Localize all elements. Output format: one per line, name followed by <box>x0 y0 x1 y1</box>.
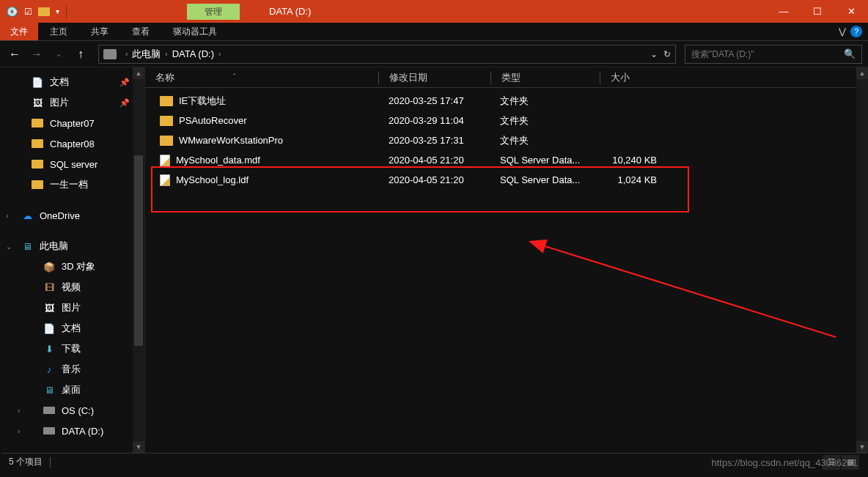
sort-asc-icon: ˆ <box>233 73 235 81</box>
status-item-count: 5 个项目 <box>9 456 43 468</box>
file-row[interactable]: PSAutoRecover2020-03-29 11:04文件夹 <box>145 111 868 130</box>
breadcrumb-part[interactable]: DATA (D:) <box>172 48 214 59</box>
file-row[interactable]: WMwareWorKstationPro2020-03-25 17:31文件夹 <box>145 130 868 150</box>
column-size[interactable]: 大小 <box>600 71 688 84</box>
pic-icon: 🖼 <box>31 97 44 108</box>
sidebar-item[interactable]: ›OS (C:) <box>0 400 144 421</box>
column-date[interactable]: 修改日期 <box>379 71 490 84</box>
ribbon-tab-view[interactable]: 查看 <box>120 23 161 41</box>
manage-context-tab[interactable]: 管理 <box>187 4 240 20</box>
chevron-right-icon[interactable]: › <box>121 50 132 58</box>
chevron-right-icon[interactable]: › <box>6 212 8 220</box>
folder-icon <box>31 180 44 190</box>
sidebar-item-label: OS (C:) <box>62 405 94 416</box>
forward-button[interactable]: → <box>28 45 45 63</box>
folder-icon <box>31 138 44 149</box>
file-name: PSAutoRecover <box>179 115 247 126</box>
file-row[interactable]: IE下载地址2020-03-25 17:47文件夹 <box>145 91 868 111</box>
breadcrumb-part[interactable]: 此电脑 <box>132 48 161 61</box>
sidebar-item[interactable]: 🖼图片📌 <box>0 92 144 113</box>
file-type: 文件夹 <box>490 114 598 127</box>
scroll-up-icon[interactable]: ▲ <box>856 67 868 79</box>
folder-icon <box>31 159 44 169</box>
main-area: 📄文档📌🖼图片📌Chapter07Chapter08SQL server一生一档… <box>0 67 868 453</box>
ribbon-tab-drivetools[interactable]: 驱动器工具 <box>161 23 229 41</box>
file-icon <box>160 155 170 166</box>
file-type: SQL Server Data... <box>490 155 598 166</box>
file-size: 10,240 KB <box>598 155 686 166</box>
chevron-down-icon[interactable]: ⌄ <box>650 49 658 59</box>
up-button[interactable]: ↑ <box>72 45 89 63</box>
3d-icon: 📦 <box>43 262 56 272</box>
checkbox-icon[interactable]: ☑ <box>21 4 35 19</box>
sidebar-item[interactable]: SQL server <box>0 154 144 174</box>
sidebar-item-label: Chapter07 <box>50 118 95 129</box>
sidebar-item-label: 图片 <box>50 96 69 109</box>
ribbon-tab-share[interactable]: 共享 <box>79 23 120 41</box>
file-row[interactable]: MySchool_log.ldf2020-04-05 21:20SQL Serv… <box>145 170 868 190</box>
drive-icon <box>43 426 56 436</box>
address-bar[interactable]: › 此电脑 › DATA (D:) › ⌄ ↻ <box>98 45 676 64</box>
file-type: SQL Server Data... <box>490 174 598 185</box>
sidebar-item[interactable]: ⬇下载 <box>0 339 144 359</box>
sidebar-item[interactable]: Chapter08 <box>0 133 144 154</box>
sidebar-item[interactable]: Chapter07 <box>0 113 144 133</box>
sidebar-item-onedrive[interactable]: › ☁ OneDrive <box>0 205 144 226</box>
file-row[interactable]: MySchool_data.mdf2020-04-05 21:20SQL Ser… <box>145 150 868 170</box>
column-name[interactable]: 名称ˆ <box>145 71 378 84</box>
separator <box>66 5 67 18</box>
sidebar-item-label: 视频 <box>62 281 81 294</box>
close-button[interactable]: ✕ <box>834 0 868 23</box>
scroll-down-icon[interactable]: ▼ <box>133 441 144 453</box>
chevron-right-icon[interactable]: › <box>18 407 20 415</box>
sidebar-item[interactable]: 🎞视频 <box>0 277 144 297</box>
file-date: 2020-04-05 21:20 <box>378 174 490 185</box>
scroll-up-icon[interactable]: ▲ <box>133 67 144 79</box>
chevron-down-icon[interactable]: ⌄ <box>6 243 12 251</box>
chevron-right-icon[interactable]: › <box>161 50 172 58</box>
file-icon <box>160 174 170 186</box>
chevron-right-icon[interactable]: › <box>18 427 20 435</box>
sidebar-item[interactable]: ♪音乐 <box>0 359 144 380</box>
refresh-icon[interactable]: ↻ <box>663 49 671 59</box>
filelist-scrollbar[interactable]: ▲ ▼ <box>856 67 868 453</box>
sidebar-item-thispc[interactable]: ⌄ 🖥 此电脑 <box>0 236 144 256</box>
sidebar-item-label: 一生一档 <box>50 178 88 191</box>
scroll-down-icon[interactable]: ▼ <box>856 441 868 453</box>
recent-dropdown[interactable]: ⌄ <box>50 45 67 63</box>
help-icon[interactable]: ? <box>850 26 862 37</box>
search-icon[interactable]: 🔍 <box>844 48 856 59</box>
sidebar-item[interactable]: 一生一档 <box>0 174 144 195</box>
qat-dropdown-icon[interactable]: ▾ <box>53 7 62 15</box>
sidebar-item[interactable]: ›DATA (D:) <box>0 421 144 441</box>
column-type[interactable]: 类型 <box>491 71 600 84</box>
search-box[interactable]: 🔍 <box>685 45 862 64</box>
sidebar-item[interactable]: 🖼图片 <box>0 297 144 318</box>
folder-icon <box>160 116 173 126</box>
window-controls: — ☐ ✕ <box>767 0 868 23</box>
file-name: MySchool_data.mdf <box>176 155 260 166</box>
sidebar-scrollbar[interactable]: ▲ ▼ <box>133 67 144 453</box>
sidebar-item-label: OneDrive <box>40 210 80 221</box>
file-type: 文件夹 <box>490 134 598 147</box>
minimize-button[interactable]: — <box>767 0 801 23</box>
sidebar-item[interactable]: 📄文档 <box>0 318 144 339</box>
search-input[interactable] <box>691 49 844 59</box>
file-name: WMwareWorKstationPro <box>179 135 283 146</box>
file-tab[interactable]: 文件 <box>0 23 38 40</box>
chevron-down-icon[interactable]: ⋁ <box>839 26 846 37</box>
sidebar-item[interactable]: 🖥桌面 <box>0 380 144 400</box>
sidebar-item[interactable]: 📄文档📌 <box>0 72 144 92</box>
separator <box>50 457 51 467</box>
scroll-thumb[interactable] <box>134 155 143 346</box>
drive-icon: 💽 <box>4 4 19 19</box>
file-date: 2020-04-05 21:20 <box>378 155 490 166</box>
chevron-right-icon[interactable]: › <box>214 50 225 58</box>
sidebar-item[interactable]: 📦3D 对象 <box>0 256 144 277</box>
sidebar-item-label: Chapter08 <box>50 138 95 149</box>
ribbon-tab-home[interactable]: 主页 <box>38 23 79 41</box>
down-icon: ⬇ <box>43 344 56 354</box>
maximize-button[interactable]: ☐ <box>801 0 834 23</box>
back-button[interactable]: ← <box>6 45 23 63</box>
window-title: DATA (D:) <box>269 6 311 17</box>
